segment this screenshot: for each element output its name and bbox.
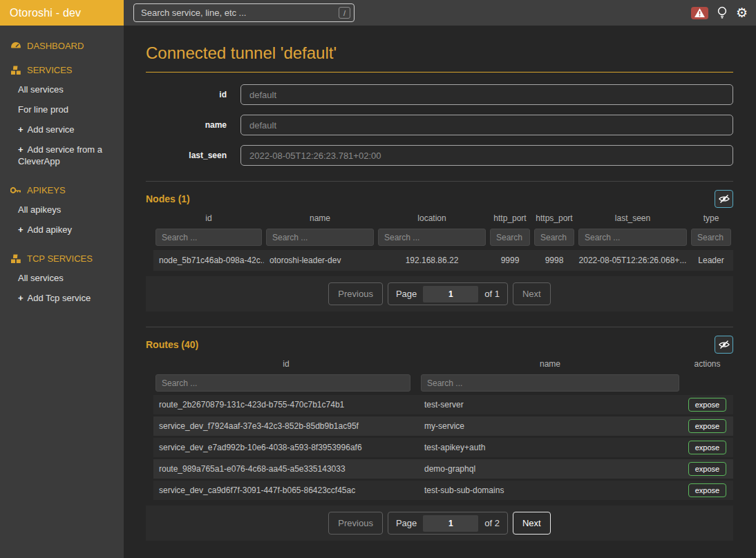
sidebar-item-for-line-prod[interactable]: For line prod <box>10 99 117 119</box>
nodes-table-header: id name location http_port https_port la… <box>153 208 733 227</box>
nodes-next-button[interactable]: Next <box>513 282 551 305</box>
table-row[interactable]: route_2b2670879-131c-423d-b755-470c7b1c7… <box>153 395 733 414</box>
eye-slash-icon <box>719 340 730 349</box>
routes-section: Routes (40) id name actions route_2b2670… <box>146 327 733 541</box>
cubes-icon <box>10 254 21 264</box>
node-http-port-cell: 9999 <box>488 250 532 271</box>
routes-toggle-visibility-button[interactable] <box>715 336 733 354</box>
expose-button[interactable]: expose <box>688 441 726 454</box>
nodes-section-title: Nodes (1) <box>146 193 190 204</box>
nodes-page-input[interactable] <box>423 286 478 302</box>
form-row-last-seen: last_seen <box>146 145 733 166</box>
nodes-previous-button[interactable]: Previous <box>328 282 383 305</box>
sidebar-item-add-apikey[interactable]: +Add apikey <box>10 220 117 240</box>
form-row-id: id <box>146 84 733 105</box>
sidebar-item-add-service-cleverapp[interactable]: +Add service from a CleverApp <box>10 140 117 171</box>
route-name-cell: test-server <box>419 395 681 414</box>
form-row-name: name <box>146 115 733 135</box>
sidebar-item-dashboard[interactable]: DASHBOARD <box>10 41 117 51</box>
sidebar-item-add-tcp-service[interactable]: +Add Tcp service <box>10 288 117 308</box>
plus-icon: + <box>18 293 23 303</box>
route-name-cell: demo-graphql <box>419 459 681 479</box>
nodes-page-group: Page of 1 <box>388 282 508 305</box>
sidebar-item-all-services[interactable]: All services <box>10 79 117 99</box>
page-label: Page <box>396 518 417 528</box>
expose-button[interactable]: expose <box>688 398 726 412</box>
route-id-cell: service_dev_f7924aaf-37e3-42c3-852b-85db… <box>153 416 419 436</box>
routes-page-input[interactable] <box>423 515 478 532</box>
cubes-icon <box>10 66 21 75</box>
routes-pagination: Previous Page of 2 Next <box>146 506 733 541</box>
expose-button[interactable]: expose <box>688 419 726 433</box>
table-row[interactable]: route_989a765a1-e076-4c68-aa45-a5e335143… <box>153 459 733 479</box>
routes-next-button[interactable]: Next <box>513 512 551 535</box>
lightbulb-button[interactable] <box>717 6 727 19</box>
nodes-search-http-port[interactable] <box>490 229 530 246</box>
page-title: Connected tunnel 'default' <box>146 44 733 63</box>
node-last-seen-cell: 2022-08-05T12:26:26.068+... <box>576 250 689 271</box>
sidebar-item-tcp-all-services[interactable]: All services <box>10 268 117 288</box>
nodes-search-type[interactable] <box>691 229 731 246</box>
route-id-cell: service_dev_ca9d6f7f-3091-447f-b065-8642… <box>153 481 419 500</box>
routes-search-name[interactable] <box>421 374 679 392</box>
node-id-cell: node_5b71c46ab-098a-42c... <box>153 250 264 271</box>
plus-icon: + <box>18 124 23 135</box>
nodes-search-name[interactable] <box>266 229 374 246</box>
expose-button[interactable]: expose <box>688 462 726 476</box>
key-icon <box>10 186 21 195</box>
id-label: id <box>146 90 240 99</box>
plus-icon: + <box>18 144 23 155</box>
gear-icon: ⚙ <box>736 6 748 19</box>
routes-previous-button[interactable]: Previous <box>328 512 383 535</box>
nodes-search-location[interactable] <box>378 229 486 246</box>
tachometer-icon <box>10 41 21 50</box>
table-row[interactable]: service_dev_f7924aaf-37e3-42c3-852b-85db… <box>153 416 733 436</box>
node-name-cell: otoroshi-leader-dev <box>264 250 376 271</box>
last-seen-field[interactable] <box>240 145 733 166</box>
warning-triangle-icon <box>694 8 705 17</box>
node-type-cell: Leader <box>689 250 733 271</box>
nodes-search-row <box>153 227 733 247</box>
name-field[interactable] <box>240 115 733 135</box>
node-location-cell: 192.168.86.22 <box>376 250 488 271</box>
routes-search-row <box>153 373 733 393</box>
nodes-section: Nodes (1) id name location http_port htt… <box>146 181 733 311</box>
nodes-search-last-seen[interactable] <box>578 229 687 246</box>
routes-search-id[interactable] <box>155 374 410 392</box>
node-https-port-cell: 9998 <box>532 250 576 271</box>
slash-shortcut-badge: / <box>339 7 350 19</box>
search-input[interactable] <box>141 8 339 18</box>
route-name-cell: test-apikey+auth <box>419 438 681 457</box>
table-row[interactable]: node_5b71c46ab-098a-42c... otoroshi-lead… <box>153 250 733 271</box>
id-field[interactable] <box>240 84 733 105</box>
expose-button[interactable]: expose <box>688 483 726 497</box>
table-row[interactable]: service_dev_e7ad992b-10e6-4038-a593-8f39… <box>153 438 733 457</box>
route-id-cell: route_2b2670879-131c-423d-b755-470c7b1c7… <box>153 395 419 414</box>
routes-table-header: id name actions <box>153 354 733 373</box>
title-divider <box>146 72 733 73</box>
sidebar-section-services[interactable]: SERVICES <box>10 65 117 75</box>
nodes-search-id[interactable] <box>155 229 262 246</box>
last-seen-label: last_seen <box>146 151 240 160</box>
route-name-cell: my-service <box>419 416 681 436</box>
sidebar-section-apikeys[interactable]: APIKEYS <box>10 185 117 195</box>
sidebar: DASHBOARD SERVICES All services For line… <box>0 26 124 558</box>
topbar: Otoroshi - dev / ⚙ <box>0 0 756 26</box>
plus-icon: + <box>18 224 23 235</box>
main-content: Connected tunnel 'default' id name last_… <box>124 26 756 558</box>
sidebar-item-add-service[interactable]: +Add service <box>10 119 117 140</box>
settings-button[interactable]: ⚙ <box>736 6 748 19</box>
eye-slash-icon <box>719 194 730 204</box>
sidebar-item-all-apikeys[interactable]: All apikeys <box>10 200 117 220</box>
global-search[interactable]: / <box>133 3 355 22</box>
sidebar-section-tcp-services[interactable]: TCP SERVICES <box>10 253 117 264</box>
alerts-button[interactable] <box>691 7 708 19</box>
routes-page-group: Page of 2 <box>388 512 508 535</box>
table-row[interactable]: service_dev_ca9d6f7f-3091-447f-b065-8642… <box>153 481 733 500</box>
nodes-search-https-port[interactable] <box>534 229 574 246</box>
nodes-toggle-visibility-button[interactable] <box>715 190 733 208</box>
brand-logo[interactable]: Otoroshi - dev <box>0 0 124 26</box>
route-id-cell: route_989a765a1-e076-4c68-aa45-a5e335143… <box>153 459 419 479</box>
page-label: Page <box>396 289 417 299</box>
lightbulb-icon <box>717 6 727 19</box>
